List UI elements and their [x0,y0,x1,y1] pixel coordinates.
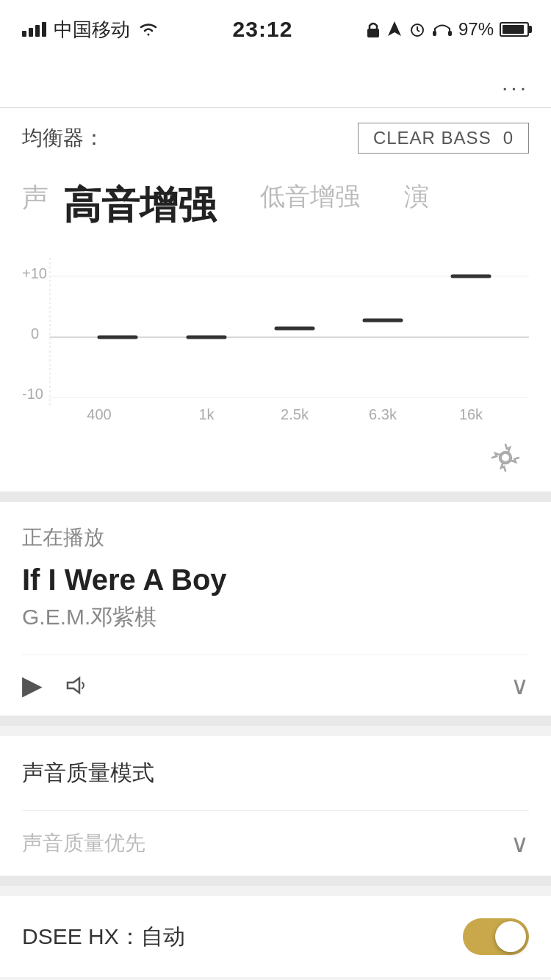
dsee-toggle[interactable] [463,918,529,955]
dsee-section: DSEE HX：自动 [0,896,551,977]
eq-header: 均衡器： CLEAR BASS 0 [22,123,529,154]
eq-label: 均衡器： [22,124,104,152]
dsee-row: DSEE HX：自动 [22,918,529,955]
quality-chevron-icon[interactable]: ∨ [511,829,529,858]
clear-bass-value: 0 [503,128,514,148]
quality-dropdown-row[interactable]: 声音质量优先 ∨ [22,810,529,876]
svg-rect-0 [367,29,379,37]
now-playing-title: 正在播放 [22,524,529,552]
svg-text:400: 400 [87,406,111,422]
equalizer-section: 均衡器： CLEAR BASS 0 声 高音增强 低音增强 演 +10 0 -1… [0,108,551,491]
svg-text:2.5k: 2.5k [281,406,309,422]
chevron-down-button[interactable]: ∨ [511,671,529,700]
clear-bass-button[interactable]: CLEAR BASS 0 [358,123,529,154]
artist-name: G.E.M.邓紫棋 [22,602,529,633]
section-divider-2 [0,716,551,726]
bottom-hint: 值 | 什么值得买 [0,977,551,980]
tab-bass[interactable]: 低音增强 [238,168,382,243]
svg-marker-25 [68,678,79,693]
status-right: 97% [366,19,529,40]
quality-dropdown-label: 声音质量优先 [22,829,145,857]
battery-percent: 97% [458,19,494,40]
toggle-knob [495,921,526,952]
svg-text:-10: -10 [22,386,43,402]
section-divider-1 [0,491,551,502]
svg-text:0: 0 [31,325,39,342]
track-name: If I Were A Boy [22,563,529,597]
play-button[interactable]: ▶ [22,670,43,701]
svg-text:6.3k: 6.3k [369,406,397,422]
status-left: 中国移动 [22,17,159,43]
more-menu-button[interactable]: ... [0,59,551,107]
now-playing-section: 正在播放 If I Were A Boy G.E.M.邓紫棋 ▶ ∨ [0,502,551,716]
svg-line-3 [417,30,419,32]
eq-settings-row [22,427,529,491]
lock-icon [366,20,381,39]
eq-tabs: 声 高音增强 低音增强 演 [22,168,529,243]
gear-icon[interactable] [489,442,522,474]
status-time: 23:12 [233,17,293,42]
volume-icon[interactable] [65,675,91,696]
eq-chart: +10 0 -10 400 1k 2.5k 6.3k 1 [22,251,529,427]
player-controls: ▶ ∨ [22,655,529,716]
svg-point-24 [501,453,510,462]
tab-stage[interactable]: 演 [382,168,451,243]
carrier-label: 中国移动 [54,17,130,43]
wifi-icon [137,21,159,37]
location-icon [386,20,403,39]
clear-bass-label: CLEAR BASS [373,128,491,148]
svg-rect-4 [433,31,436,36]
svg-text:+10: +10 [22,265,47,281]
sound-quality-section: 声音质量模式 声音质量优先 ∨ [0,736,551,876]
player-left: ▶ [22,670,91,701]
svg-rect-5 [448,31,452,36]
svg-text:16k: 16k [459,406,483,422]
sound-quality-title: 声音质量模式 [22,758,529,788]
status-bar: 中国移动 23:12 97% [0,0,551,59]
signal-icon [22,22,46,37]
alarm-icon [408,21,426,38]
eq-chart-svg: +10 0 -10 400 1k 2.5k 6.3k 1 [22,251,529,427]
headphone-icon [432,21,453,37]
svg-text:1k: 1k [198,406,215,422]
section-divider-3 [0,876,551,886]
battery-icon [500,22,529,37]
tab-voice[interactable]: 声 [22,168,63,243]
dsee-label: DSEE HX：自动 [22,922,185,952]
tab-treble[interactable]: 高音增强 [63,168,238,243]
